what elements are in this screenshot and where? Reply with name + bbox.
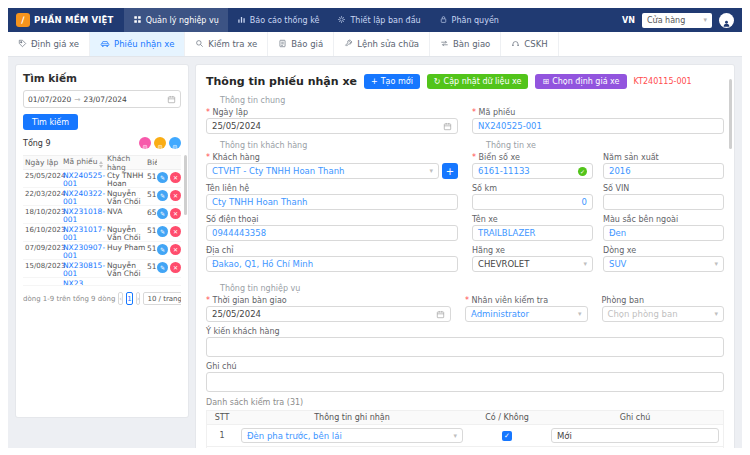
main-panel-scrollbar[interactable] <box>729 79 732 149</box>
checklist-note-input[interactable]: Mới <box>551 428 719 443</box>
field-so-km: Số km 0 <box>472 184 593 210</box>
nam-san-xuat-input[interactable]: 2016 <box>603 163 724 179</box>
edit-row-button[interactable]: ✎ <box>157 226 168 237</box>
table-row[interactable]: 22/03/2024 NX240322-001 Nguyễn Văn Chối … <box>23 188 181 206</box>
chevron-down-icon: ▾ <box>429 167 433 175</box>
delete-row-button[interactable]: ✕ <box>170 208 181 219</box>
checklist-row: ▾ <box>207 447 723 448</box>
dia-chi-input[interactable]: Đakao, Q1, Hồ Chí Minh <box>206 256 458 272</box>
export-pdf-button[interactable] <box>139 137 151 149</box>
grid-icon <box>133 15 142 26</box>
tab-phieu-nhan-xe[interactable]: Phiếu nhận xe <box>90 32 185 56</box>
menu-bao-cao-thong-ke[interactable]: Báo cáo thống kê <box>228 8 329 32</box>
delete-row-button[interactable]: ✕ <box>170 226 181 237</box>
delete-row-button[interactable]: ✕ <box>170 262 181 273</box>
edit-row-button[interactable]: ✎ <box>157 190 168 201</box>
so-km-input[interactable]: 0 <box>472 194 593 210</box>
table-row[interactable]: 07/09/2023 NX230907-001 Huy Pham 51 ✎✕ <box>23 242 181 260</box>
page-size-select[interactable]: 10 / trang▾ <box>143 292 181 305</box>
column-header-date[interactable]: Ngày lập <box>23 158 63 167</box>
table-row[interactable]: 18/10/2023 NX231018-001 NVA 65 ✎✕ <box>23 206 181 224</box>
tab-bao-gia[interactable]: Báo giá <box>268 32 334 56</box>
search-panel-title: Tìm kiếm <box>23 72 181 84</box>
wrench-icon <box>344 39 353 50</box>
row-code-link[interactable]: NX230907-001 <box>63 244 107 260</box>
dong-xe-select[interactable]: SUV ▾ <box>603 256 724 272</box>
edit-row-button[interactable]: ✎ <box>157 262 168 273</box>
checklist-table: STT Thông tin ghi nhận Có / Không Ghi ch… <box>206 410 724 448</box>
store-select[interactable]: Cửa hàng ▾ <box>642 13 712 28</box>
row-code-link[interactable]: NX240525-001 <box>63 172 107 188</box>
table-row[interactable]: 25/05/2024 NX240525-001 Cty TNHH Hoan Th… <box>23 170 181 188</box>
so-vin-input[interactable] <box>603 194 724 210</box>
column-header-customer[interactable]: Khách hàng <box>107 154 147 172</box>
pick-valuation-button[interactable]: ⊞Chọn định giá xe <box>535 74 626 89</box>
row-code-link[interactable]: NX23 <box>63 280 107 286</box>
column-header-note: Ghi chú <box>547 413 723 422</box>
bien-so-input[interactable]: 6161-11133 ✓ <box>472 163 593 179</box>
search-icon <box>195 39 204 50</box>
table-row[interactable]: 15/08/2023 NX230815-001 Nguyễn Văn Chối … <box>23 260 181 278</box>
nhan-vien-kiem-tra-select[interactable]: Administrator ▾ <box>465 306 588 322</box>
column-header-code[interactable]: Mã phiếu <box>63 157 107 168</box>
edit-row-button[interactable]: ✎ <box>157 172 168 183</box>
ma-phieu-input[interactable]: NX240525-001 <box>472 118 724 134</box>
user-avatar-button[interactable] <box>719 13 734 28</box>
ten-lien-he-input[interactable]: Cty TNHH Hoan Thanh <box>206 194 458 210</box>
so-dien-thoai-input[interactable]: 0944443358 <box>206 225 458 241</box>
row-code-link[interactable]: NX231017-001 <box>63 226 107 242</box>
tab-label: Báo giá <box>291 39 323 49</box>
left-panel-scrollbar[interactable] <box>184 155 187 215</box>
tab-lenh-sua-chua[interactable]: Lệnh sửa chữa <box>334 32 430 56</box>
print-button[interactable] <box>169 137 181 149</box>
tab-kiem-tra-xe[interactable]: Kiểm tra xe <box>185 32 268 56</box>
column-header-plate[interactable]: Biển số <box>147 158 157 167</box>
prev-page-button[interactable]: ‹ <box>118 292 123 305</box>
thoi-gian-ban-giao-datepicker[interactable]: 25/05/2024 <box>206 306 451 322</box>
row-plate: 65 <box>147 208 157 217</box>
delete-row-button[interactable]: ✕ <box>170 190 181 201</box>
tab-ban-giao[interactable]: Bàn giao <box>430 32 501 56</box>
yes-no-checkbox[interactable]: ✓ <box>502 431 512 441</box>
checklist-item-select[interactable]: Đèn pha trước, bên lái▾ <box>241 428 463 443</box>
tab-cskh[interactable]: CSKH <box>501 32 558 56</box>
field-hang-xe: Hãng xe CHEVROLET ▾ <box>472 246 593 272</box>
ghi-chu-textarea[interactable] <box>206 372 724 392</box>
phong-ban-select[interactable]: Chọn phòng ban ▾ <box>602 306 725 322</box>
field-label: Khách hàng <box>206 153 458 162</box>
row-code-link[interactable]: NX231018-001 <box>63 208 107 224</box>
delete-row-button[interactable]: ✕ <box>170 172 181 183</box>
menu-thiet-lap-ban-dau[interactable]: Thiết lập ban đầu <box>328 8 429 32</box>
add-customer-button[interactable]: + <box>442 163 458 179</box>
khach-hang-select[interactable]: CTVHT - Cty TNHH Hoan Thanh ▾ <box>206 163 439 179</box>
delete-row-button[interactable]: ✕ <box>170 244 181 255</box>
row-code-link[interactable]: NX240322-001 <box>63 190 107 206</box>
hang-xe-select[interactable]: CHEVROLET ▾ <box>472 256 593 272</box>
table-row[interactable]: NX23 <box>23 278 181 286</box>
menu-phan-quyen[interactable]: Phân quyền <box>430 8 508 32</box>
edit-row-button[interactable]: ✎ <box>157 244 168 255</box>
edit-row-button[interactable]: ✎ <box>157 208 168 219</box>
table-row[interactable]: 16/10/2023 NX231017-001 Nguyễn Văn Chối … <box>23 224 181 242</box>
page-number-button[interactable]: 1 <box>126 292 132 305</box>
create-new-button[interactable]: +Tạo mới <box>364 74 420 89</box>
menu-quan-ly-nghiep-vu[interactable]: Quản lý nghiệp vụ <box>124 8 228 32</box>
row-customer: NVA <box>107 208 147 216</box>
mau-sac-input[interactable]: Đen <box>603 225 724 241</box>
ten-xe-input[interactable]: TRAILBLAZER <box>472 225 593 241</box>
result-toolbar: Tổng 9 <box>23 137 181 149</box>
ngay-lap-datepicker[interactable]: 25/05/2024 <box>206 118 458 134</box>
next-page-button[interactable]: › <box>136 292 141 305</box>
update-vehicle-data-button[interactable]: ↻Cập nhật dữ liệu xe <box>427 74 529 89</box>
language-label[interactable]: VN <box>622 16 635 25</box>
row-date: 22/03/2024 <box>23 190 63 198</box>
search-button[interactable]: Tìm kiếm <box>23 114 78 130</box>
y-kien-textarea[interactable] <box>206 337 724 357</box>
row-code-link[interactable]: NX230815-001 <box>63 262 107 278</box>
field-so-vin: Số VIN <box>603 184 724 210</box>
field-label: Địa chỉ <box>206 246 458 255</box>
date-range-picker[interactable]: 01/07/2020 → 23/07/2024 <box>23 90 181 108</box>
row-customer: Huy Pham <box>107 244 147 252</box>
tab-dinh-gia-xe[interactable]: Định giá xe <box>8 32 90 56</box>
export-excel-button[interactable] <box>154 137 166 149</box>
